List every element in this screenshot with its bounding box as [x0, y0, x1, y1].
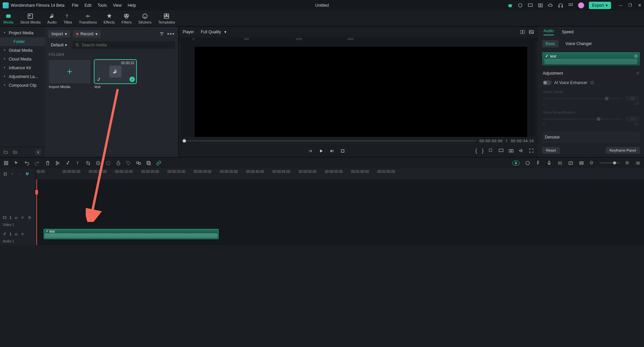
- volume-icon[interactable]: [519, 148, 524, 153]
- copy-icon[interactable]: [146, 160, 151, 166]
- track-link-icon[interactable]: [10, 171, 15, 176]
- prev-frame-icon[interactable]: [308, 148, 313, 154]
- stop-icon[interactable]: [340, 148, 345, 154]
- subtab-voice-changer[interactable]: Voice Changer: [562, 40, 595, 47]
- crop-icon[interactable]: [85, 160, 91, 166]
- color-icon[interactable]: [106, 160, 111, 166]
- voice-clarity-slider[interactable]: [543, 98, 622, 99]
- voice-beautification-slider[interactable]: [543, 119, 622, 120]
- collapse-sidebar-icon[interactable]: ‹: [35, 149, 41, 155]
- eye-icon[interactable]: [28, 216, 32, 220]
- compare-view-icon[interactable]: [520, 29, 525, 35]
- grid-icon[interactable]: [3, 160, 9, 166]
- mic-icon[interactable]: [546, 160, 552, 166]
- sidebar-item-global-media[interactable]: Global Media: [0, 46, 45, 55]
- scrub-knob[interactable]: [183, 139, 186, 143]
- apps-icon[interactable]: [568, 3, 573, 8]
- gift-icon[interactable]: [507, 3, 513, 8]
- play-icon[interactable]: [318, 148, 324, 154]
- lock-icon[interactable]: [14, 216, 18, 220]
- screenshot-list-icon[interactable]: [488, 148, 494, 153]
- zoom-in-icon[interactable]: [625, 161, 630, 165]
- filter-icon[interactable]: [159, 31, 164, 37]
- split-icon[interactable]: [55, 160, 61, 166]
- performance-icon[interactable]: [512, 161, 520, 165]
- user-avatar[interactable]: [578, 2, 584, 8]
- subtab-basic[interactable]: Basic: [542, 40, 559, 47]
- menu-edit[interactable]: Edit: [84, 3, 91, 8]
- import-media-card[interactable]: + Import Media: [49, 60, 90, 89]
- scrub-bar[interactable]: [183, 140, 476, 142]
- quality-dropdown[interactable]: Full Quality ▾: [201, 30, 226, 34]
- keyframe-icon[interactable]: [635, 55, 637, 57]
- media-card-test[interactable]: 00:00:33 ✓ test: [94, 60, 136, 89]
- sidebar-item-cloud-media[interactable]: Cloud Media: [0, 55, 45, 64]
- menu-view[interactable]: View: [113, 3, 122, 8]
- link-icon[interactable]: [156, 160, 161, 166]
- timeline-tracks[interactable]: test: [36, 179, 644, 245]
- track-unlink-icon[interactable]: [17, 171, 22, 176]
- undo-icon[interactable]: [24, 160, 30, 166]
- add-track-icon[interactable]: [568, 160, 573, 166]
- tab-filters[interactable]: Filters: [118, 11, 135, 26]
- reset-button[interactable]: Reset: [542, 147, 560, 154]
- redo-icon[interactable]: [34, 160, 40, 166]
- track-options-icon[interactable]: [635, 160, 641, 166]
- track-view-icon[interactable]: [579, 160, 584, 166]
- speed-tool-icon[interactable]: [96, 160, 101, 166]
- mute-icon[interactable]: [21, 216, 25, 220]
- track-copy-icon[interactable]: [3, 171, 7, 176]
- tab-media[interactable]: Media: [0, 11, 17, 26]
- tab-stickers[interactable]: Stickers: [135, 11, 155, 26]
- snapshot-icon[interactable]: [508, 148, 514, 153]
- record-button[interactable]: Record▾: [73, 30, 101, 38]
- keyframe-panel-button[interactable]: Keyframe Panel: [606, 147, 640, 154]
- inspector-tab-speed[interactable]: Speed: [562, 30, 574, 34]
- picture-view-icon[interactable]: [529, 29, 534, 35]
- info-icon[interactable]: [590, 81, 594, 85]
- menu-tools[interactable]: Tools: [98, 3, 107, 8]
- sidebar-item-project-media[interactable]: Project Media: [0, 29, 45, 37]
- group-icon[interactable]: [136, 160, 141, 166]
- video-track-head[interactable]: 1: [0, 212, 36, 223]
- playhead[interactable]: [36, 179, 37, 245]
- tab-templates[interactable]: Templates: [155, 11, 178, 26]
- tab-stock-media[interactable]: Stock Media: [17, 11, 44, 26]
- audio-clip-test[interactable]: test: [44, 229, 219, 239]
- mark-out-icon[interactable]: }: [482, 148, 484, 154]
- timer-icon[interactable]: [116, 160, 121, 166]
- zoom-slider[interactable]: [600, 162, 620, 163]
- tag-icon[interactable]: [126, 160, 131, 166]
- mark-in-icon[interactable]: {: [475, 148, 477, 154]
- sidebar-item-folder[interactable]: Folder: [0, 37, 45, 46]
- audio-chip[interactable]: test: [542, 52, 640, 66]
- menu-help[interactable]: Help: [128, 3, 136, 8]
- mixer-icon[interactable]: [557, 160, 563, 166]
- reset-section-icon[interactable]: ↺: [636, 71, 639, 76]
- folder-icon[interactable]: [3, 150, 8, 154]
- audio-tool-icon[interactable]: [65, 160, 71, 166]
- text-tool-icon[interactable]: T: [75, 160, 81, 166]
- capture-icon[interactable]: [538, 3, 543, 8]
- import-button[interactable]: Import▾: [48, 30, 70, 38]
- display-icon[interactable]: [498, 148, 504, 153]
- magnet-icon[interactable]: [25, 171, 30, 176]
- delete-icon[interactable]: [45, 160, 50, 166]
- inspector-tab-audio[interactable]: Audio: [543, 29, 554, 35]
- zoom-out-icon[interactable]: [590, 161, 594, 165]
- audio-track-head[interactable]: 1: [0, 229, 36, 239]
- timeline-ruler[interactable]: 00:00 00:00:05:00 00:00:10:00 00:00:15:0…: [36, 168, 644, 179]
- close-icon[interactable]: ✕: [638, 3, 641, 8]
- marker-tool-icon[interactable]: [536, 160, 541, 166]
- render-icon[interactable]: [525, 160, 530, 166]
- ai-voice-enhancer-toggle[interactable]: [543, 80, 552, 85]
- cloud-icon[interactable]: [548, 3, 553, 8]
- screen-icon[interactable]: [528, 3, 533, 8]
- minimize-icon[interactable]: ─: [619, 3, 622, 8]
- maximize-icon[interactable]: ❐: [628, 3, 632, 8]
- mute-icon[interactable]: [21, 232, 25, 236]
- fullscreen-icon[interactable]: [529, 148, 534, 153]
- search-input[interactable]: Search media: [72, 41, 175, 49]
- more-icon[interactable]: •••: [167, 31, 175, 37]
- sidebar-item-adjustment-layer[interactable]: Adjustment La...: [0, 72, 45, 81]
